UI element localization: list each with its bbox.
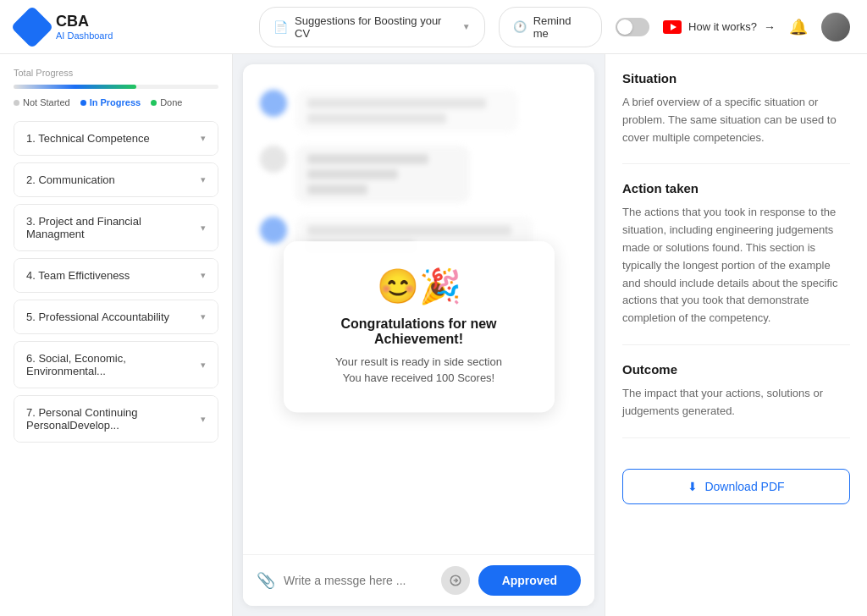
accordion-header-6[interactable]: 6. Social, Economic, Environmental... ▾ [14, 342, 218, 388]
user-avatar[interactable] [821, 13, 850, 41]
main-content: Total Progress Not Started In Progress D… [0, 54, 867, 616]
progress-bar-fill [14, 85, 136, 89]
accordion-header-5[interactable]: 5. Professional Accountability ▾ [14, 300, 218, 333]
logo-area: CBA AI Dashboard [17, 12, 246, 42]
not-started-label: Not Started [23, 97, 70, 107]
blurred-line-3 [307, 154, 428, 164]
legend: Not Started In Progress Done [14, 97, 218, 107]
accordion-item-2: 2. Communication ▾ [14, 162, 218, 197]
accordion-item-4: 4. Team Effictiveness ▾ [14, 258, 218, 293]
doc-icon: 📄 [273, 20, 288, 34]
logo-text: CBA AI Dashboard [56, 13, 113, 41]
download-pdf-button[interactable]: ⬇ Download PDF [622, 469, 850, 504]
done-dot [151, 100, 157, 106]
logo-subtitle: AI Dashboard [56, 30, 113, 41]
chevron-icon-3: ▾ [201, 223, 206, 234]
header-right: How it works? → 🔔 [663, 13, 850, 41]
in-progress-dot [80, 100, 86, 106]
accordion-label-4: 4. Team Effictiveness [26, 269, 130, 282]
arrow-icon: → [764, 20, 776, 34]
outcome-text: The impact that your actions, solutions … [622, 385, 850, 421]
chat-input-area: 📎 Approved [243, 554, 594, 606]
total-progress-label: Total Progress [14, 68, 218, 78]
blurred-avatar-1 [260, 90, 287, 117]
accordion-item-6: 6. Social, Economic, Environmental... ▾ [14, 341, 218, 388]
blurred-line-4 [307, 169, 398, 179]
chevron-icon-7: ▾ [201, 414, 206, 425]
chevron-icon-1: ▾ [201, 133, 206, 144]
send-button[interactable] [441, 566, 470, 595]
right-panel: Situation A brief overview of a specific… [605, 54, 867, 616]
achievement-card: 😊🎉 Congratulations for new Achievement! … [284, 241, 555, 412]
attach-icon[interactable]: 📎 [257, 571, 275, 590]
accordion-header-3[interactable]: 3. Project and Financial Managment ▾ [14, 205, 218, 250]
progress-bar-container [14, 85, 218, 89]
situation-text: A brief overview of a specific situation… [622, 94, 850, 146]
download-icon: ⬇ [688, 480, 698, 493]
accordion-item-1: 1. Technical Competence ▾ [14, 121, 218, 156]
achievement-emoji: 😊🎉 [318, 267, 521, 306]
how-it-works-button[interactable]: How it works? → [663, 20, 776, 34]
accordion-header-4[interactable]: 4. Team Effictiveness ▾ [14, 259, 218, 292]
accordion-label-5: 5. Professional Accountability [26, 311, 169, 323]
blurred-line-6 [307, 225, 511, 235]
in-progress-label: In Progress [90, 97, 141, 107]
blurred-line-1 [307, 98, 486, 108]
outcome-title: Outcome [622, 362, 850, 377]
chevron-down-icon: ▼ [462, 22, 471, 31]
blurred-message-1 [260, 90, 577, 132]
accordion-header-7[interactable]: 7. Personal Continuing PersonalDevelop..… [14, 396, 218, 442]
chevron-icon-2: ▾ [201, 174, 206, 185]
remind-label: Remind me [533, 14, 588, 40]
achievement-subtitle-line1: Your result is ready in side section [318, 354, 521, 371]
accordion-header-1[interactable]: 1. Technical Competence ▾ [14, 122, 218, 155]
header: CBA AI Dashboard 📄 Suggestions for Boost… [0, 0, 867, 54]
accordion-label-3: 3. Project and Financial Managment [26, 215, 201, 240]
suggestions-label: Suggestions for Boosting your CV [295, 14, 456, 40]
accordion-item-3: 3. Project and Financial Managment ▾ [14, 204, 218, 251]
blurred-avatar-2 [260, 146, 287, 173]
chat-area: 😊🎉 Congratulations for new Achievement! … [243, 64, 594, 554]
chevron-icon-6: ▾ [201, 360, 206, 371]
download-label: Download PDF [704, 480, 784, 493]
blurred-line-5 [307, 184, 367, 195]
notification-bell-icon[interactable]: 🔔 [789, 18, 808, 36]
toggle-container [616, 18, 649, 36]
center-panel: 😊🎉 Congratulations for new Achievement! … [243, 64, 594, 606]
how-it-works-label: How it works? [688, 20, 757, 33]
accordion-label-7: 7. Personal Continuing PersonalDevelop..… [26, 406, 201, 432]
outcome-section: Outcome The impact that your actions, so… [622, 362, 850, 438]
youtube-icon [663, 20, 682, 34]
action-section: Action taken The actions that you took i… [622, 181, 850, 345]
accordion-label-1: 1. Technical Competence [26, 132, 150, 145]
achievement-title: Congratulations for new Achievement! [318, 316, 521, 347]
legend-not-started: Not Started [14, 97, 70, 107]
sidebar: Total Progress Not Started In Progress D… [0, 54, 233, 616]
suggestions-dropdown[interactable]: 📄 Suggestions for Boosting your CV ▼ [259, 7, 485, 47]
logo-diamond-icon [11, 5, 54, 48]
blurred-avatar-3 [260, 217, 287, 244]
chevron-icon-5: ▾ [201, 311, 206, 322]
blurred-bubble-1 [295, 90, 518, 132]
situation-title: Situation [622, 71, 850, 85]
accordion-item-5: 5. Professional Accountability ▾ [14, 300, 218, 334]
chevron-icon-4: ▾ [201, 270, 206, 281]
situation-section: Situation A brief overview of a specific… [622, 71, 850, 164]
accordion-header-2[interactable]: 2. Communication ▾ [14, 163, 218, 196]
chat-input[interactable] [284, 574, 433, 587]
remind-button[interactable]: 🕐 Remind me [499, 7, 602, 47]
blurred-message-2 [260, 146, 577, 203]
action-text: The actions that you took in response to… [622, 204, 850, 327]
logo-title: CBA [56, 13, 113, 30]
blurred-bubble-2 [295, 146, 470, 203]
legend-in-progress: In Progress [80, 97, 141, 107]
toggle-knob [617, 19, 632, 35]
header-center: 📄 Suggestions for Boosting your CV ▼ 🕐 R… [259, 7, 649, 47]
achievement-subtitle-line2: You have received 100 Scores! [318, 370, 521, 387]
legend-done: Done [151, 97, 182, 107]
remind-toggle[interactable] [616, 18, 649, 36]
accordion-label-2: 2. Communication [26, 173, 115, 186]
play-triangle [671, 24, 676, 30]
action-title: Action taken [622, 181, 850, 195]
approved-button[interactable]: Approved [478, 565, 581, 596]
